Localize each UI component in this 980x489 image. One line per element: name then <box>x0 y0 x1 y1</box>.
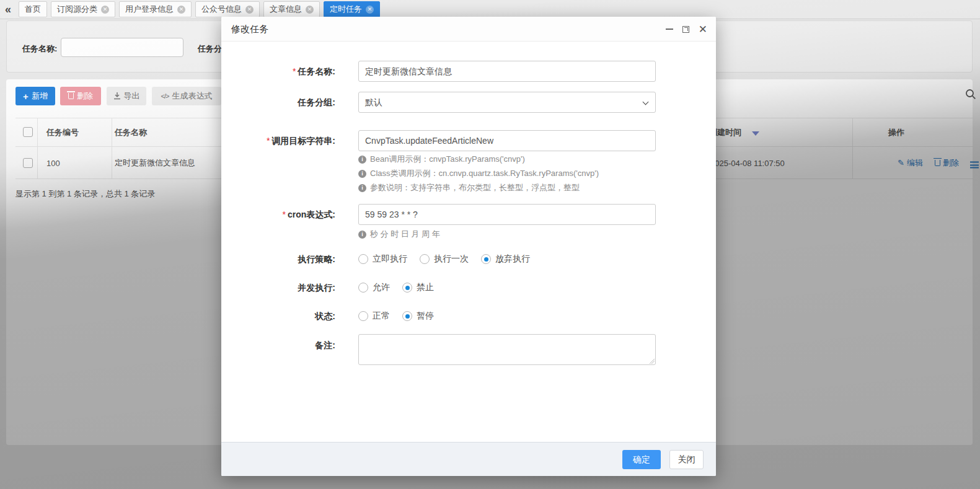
info-icon: i <box>358 184 366 192</box>
cron-label: *cron表达式: <box>221 208 335 221</box>
tab-official-account-info[interactable]: 公众号信息✕ <box>195 1 260 17</box>
radio-checked-icon <box>402 283 412 293</box>
misfire-policy-label: 执行策略: <box>221 253 335 265</box>
edit-task-dialog: 修改任务 ✕ *任务名称: 定时更新微信文章信息 任务分组: 默认 *调用目标字… <box>221 17 716 476</box>
delete-link[interactable]: 删除 <box>935 157 959 169</box>
trash-icon <box>935 160 940 166</box>
close-tab-icon[interactable]: ✕ <box>306 6 314 14</box>
radio-checked-icon <box>402 311 412 321</box>
search-icon[interactable] <box>965 88 977 100</box>
radio-checked-icon <box>481 254 491 264</box>
download-icon <box>113 92 121 100</box>
close-tab-icon[interactable]: ✕ <box>366 6 374 14</box>
dialog-body: *任务名称: 定时更新微信文章信息 任务分组: 默认 *调用目标字符串: Cnv… <box>221 42 716 442</box>
tab-feed-category[interactable]: 订阅源分类✕ <box>51 1 115 17</box>
info-icon: i <box>358 170 366 178</box>
dialog-title: 修改任务 <box>231 17 268 42</box>
job-group-select[interactable]: 默认 <box>358 92 656 113</box>
invoke-target-label: *调用目标字符串: <box>221 134 335 147</box>
collapse-tabs-icon[interactable]: « <box>5 1 11 17</box>
more-actions-icon[interactable] <box>970 161 979 168</box>
record-summary: 显示第 1 到第 1 条记录，总共 1 条记录 <box>15 188 155 200</box>
status-group: 正常 暂停 <box>358 310 434 322</box>
col-header-job-id[interactable]: 任务编号 <box>46 127 79 138</box>
col-header-actions: 操作 <box>878 127 915 138</box>
info-icon: i <box>358 231 366 239</box>
misfire-policy-group: 立即执行 执行一次 放弃执行 <box>358 253 530 265</box>
concurrent-group: 允许 禁止 <box>358 281 434 294</box>
trash-icon <box>68 93 74 99</box>
close-button[interactable]: 关闭 <box>669 450 704 469</box>
export-button[interactable]: 导出 <box>107 87 146 105</box>
radio-option[interactable]: 执行一次 <box>420 253 469 265</box>
radio-option[interactable]: 立即执行 <box>358 253 407 265</box>
tab-home[interactable]: 首页 <box>19 1 47 17</box>
concurrent-label: 并发执行: <box>221 281 335 294</box>
radio-option[interactable]: 禁止 <box>402 282 434 293</box>
pencil-icon: ✎ <box>898 158 904 167</box>
cron-hint: i秒 分 时 日 月 周 年 <box>358 229 440 239</box>
dialog-header: 修改任务 ✕ <box>221 17 716 42</box>
maximize-icon[interactable] <box>682 26 689 33</box>
minimize-icon[interactable] <box>666 29 673 30</box>
cell-job-id: 100 <box>46 158 60 167</box>
chevron-down-icon <box>643 99 649 105</box>
add-button[interactable]: +新增 <box>15 87 55 105</box>
cell-job-name: 定时更新微信文章信息 <box>115 157 195 169</box>
dialog-footer: 确定 关闭 <box>221 442 716 476</box>
radio-icon <box>358 283 368 293</box>
sort-desc-icon[interactable] <box>752 131 759 136</box>
close-tab-icon[interactable]: ✕ <box>177 6 185 14</box>
col-header-job-name[interactable]: 任务名称 <box>115 127 147 138</box>
radio-option[interactable]: 暂停 <box>402 311 434 322</box>
cron-input[interactable]: 59 59 23 * * ? <box>358 204 656 225</box>
info-icon: i <box>358 156 366 164</box>
code-icon: </> <box>161 92 169 100</box>
cell-create-time: 2025-04-08 11:07:50 <box>710 158 785 167</box>
page: « 首页 订阅源分类✕ 用户登录信息✕ 公众号信息✕ 文章信息✕ 定时任务✕ 任… <box>0 0 980 489</box>
job-name-label: *任务名称: <box>221 65 335 77</box>
row-checkbox[interactable] <box>23 158 33 168</box>
bean-hint: iBean调用示例：cnvpTask.ryParams('cnvp') <box>358 154 525 164</box>
tab-scheduled-task[interactable]: 定时任务✕ <box>324 1 380 17</box>
select-all-checkbox[interactable] <box>23 127 33 137</box>
close-tab-icon[interactable]: ✕ <box>245 6 254 14</box>
tab-article-info[interactable]: 文章信息✕ <box>263 1 320 17</box>
remark-label: 备注: <box>221 339 335 351</box>
job-group-label: 任务分组: <box>221 96 335 108</box>
invoke-target-input[interactable]: CnvpTask.updateFeedArticleNew <box>358 130 656 151</box>
params-hint: i参数说明：支持字符串，布尔类型，长整型，浮点型，整型 <box>358 183 580 193</box>
edit-link[interactable]: ✎编辑 <box>898 157 923 169</box>
radio-icon <box>358 254 368 264</box>
job-name-input[interactable]: 定时更新微信文章信息 <box>358 61 656 82</box>
radio-icon <box>358 311 368 321</box>
task-name-label: 任务名称: <box>22 43 57 55</box>
radio-option[interactable]: 正常 <box>358 311 390 322</box>
class-hint: iClass类调用示例：cn.cnvp.quartz.task.RyTask.r… <box>358 169 599 178</box>
status-label: 状态: <box>221 310 335 322</box>
plus-icon: + <box>23 92 29 101</box>
close-icon[interactable]: ✕ <box>699 24 707 35</box>
radio-option[interactable]: 放弃执行 <box>481 253 530 265</box>
generate-expression-button[interactable]: </>生成表达式 <box>152 87 221 105</box>
task-name-input[interactable] <box>61 38 183 57</box>
radio-option[interactable]: 允许 <box>358 282 390 293</box>
radio-icon <box>420 254 430 264</box>
tab-user-login-info[interactable]: 用户登录信息✕ <box>119 1 192 17</box>
remark-textarea[interactable] <box>358 334 656 365</box>
close-tab-icon[interactable]: ✕ <box>101 6 109 14</box>
delete-button[interactable]: 删除 <box>60 87 101 105</box>
confirm-button[interactable]: 确定 <box>622 450 661 469</box>
